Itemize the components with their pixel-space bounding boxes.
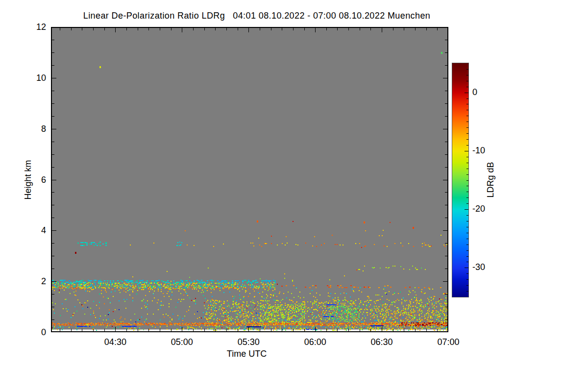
heatmap-plot-area — [51, 27, 448, 332]
x-tick-label: 06:30 — [367, 337, 396, 347]
ldr-time-height-chart: Linear De-Polarization Ratio LDRg 04:01 … — [0, 0, 588, 392]
y-tick-label: 0 — [23, 327, 46, 337]
x-tick-label: 05:00 — [167, 337, 196, 347]
x-tick-label: 05:30 — [234, 337, 263, 347]
y-tick-label: 8 — [23, 124, 46, 134]
chart-title: Linear De-Polarization Ratio LDRg 04:01 … — [83, 11, 430, 21]
x-tick-label: 06:00 — [300, 337, 330, 347]
x-axis-label: Time UTC — [227, 349, 267, 359]
colorbar — [452, 63, 469, 297]
colorbar-tick-label: 0 — [472, 87, 495, 97]
y-tick-label: 12 — [23, 22, 46, 32]
colorbar-label: LDRg dB — [486, 162, 496, 197]
colorbar-tick-label: -30 — [472, 262, 495, 272]
y-tick-label: 10 — [23, 73, 46, 83]
x-tick-label: 04:30 — [100, 337, 130, 347]
colorbar-tick-label: -10 — [472, 146, 495, 155]
colorbar-tick-label: -20 — [472, 204, 495, 214]
y-tick-label: 4 — [23, 225, 46, 235]
y-tick-label: 6 — [23, 175, 46, 185]
y-tick-label: 2 — [23, 276, 46, 286]
x-tick-label: 07:00 — [434, 337, 463, 347]
